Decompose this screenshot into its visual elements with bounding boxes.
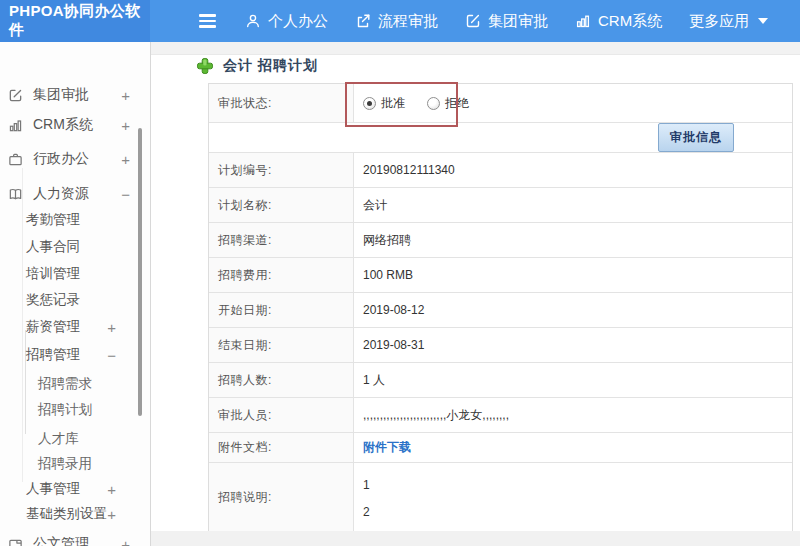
sidebar-item-label: 奖惩记录 <box>26 291 80 309</box>
expand-toggle[interactable]: + <box>107 320 116 335</box>
form-row-approve-button: 审批信息 <box>209 123 792 153</box>
field-label: 计划名称: <box>209 188 354 222</box>
field-value: 1 人 <box>354 363 792 397</box>
radio-approve[interactable] <box>363 97 376 110</box>
sidebar-item-crm-system[interactable]: CRM系统 + <box>0 112 149 138</box>
add-plus-icon <box>196 57 214 75</box>
sidebar-item-label: 培训管理 <box>26 265 80 283</box>
approval-radio-group: 批准 拒绝 <box>354 84 792 122</box>
approval-info-button[interactable]: 审批信息 <box>658 123 734 152</box>
field-value: 网络招聘 <box>354 223 792 257</box>
sidebar-item-human-resources[interactable]: 人力资源 − <box>0 181 149 207</box>
nav-item-personal-office[interactable]: 个人办公 <box>245 12 328 31</box>
sidebar-item-label: 考勤管理 <box>26 211 80 229</box>
form-row-recruit-channel: 招聘渠道: 网络招聘 <box>209 223 792 258</box>
page-title-row: 会计 招聘计划 <box>196 57 318 75</box>
nav-label: 个人办公 <box>268 12 328 31</box>
description-line: 2 <box>363 499 792 526</box>
sidebar-item-attendance-mgmt[interactable]: 考勤管理 <box>0 207 149 233</box>
field-value: 100 RMB <box>354 258 792 292</box>
radio-reject-label[interactable]: 拒绝 <box>445 95 469 112</box>
expand-toggle[interactable]: + <box>121 88 130 103</box>
sidebar-item-training-mgmt[interactable]: 培训管理 <box>0 261 149 287</box>
top-bar: PHPOA协同办公软件 个人办公 流程审批 <box>0 0 800 42</box>
bar-chart-icon <box>575 13 591 29</box>
edit-icon <box>465 13 481 29</box>
sidebar-item-group-approval[interactable]: 集团审批 + <box>0 82 149 108</box>
field-value: 2019-08-31 <box>354 328 792 362</box>
form-row-end-date: 结束日期: 2019-08-31 <box>209 328 792 363</box>
radio-reject[interactable] <box>427 97 440 110</box>
form-row-plan-name: 计划名称: 会计 <box>209 188 792 223</box>
sidebar-item-label: 人事管理 <box>26 480 80 498</box>
nav-item-workflow-approval[interactable]: 流程审批 <box>355 12 438 31</box>
attachment-download-link[interactable]: 附件下载 <box>363 439 411 456</box>
briefcase-icon <box>8 152 23 167</box>
field-value: 20190812111340 <box>354 153 792 187</box>
sidebar-item-admin-office[interactable]: 行政办公 + <box>0 146 149 172</box>
sidebar: 集团审批 + CRM系统 + 行政办公 + 人力资源 − 考勤管理 <box>0 42 151 546</box>
form-row-recruit-cost: 招聘费用: 100 RMB <box>209 258 792 293</box>
description-line: 1 <box>363 472 792 499</box>
nav-item-more-apps[interactable]: 更多应用 <box>689 12 768 31</box>
field-label: 招聘费用: <box>209 258 354 292</box>
sidebar-item-label: 公文管理 <box>33 535 89 546</box>
expand-toggle[interactable]: + <box>121 118 130 133</box>
book-icon <box>8 187 23 202</box>
main-content: 会计 招聘计划 审批状态: 批准 拒绝 审批信息 计划编号: 201908121… <box>151 42 800 546</box>
sidebar-item-label: 人事合同 <box>26 238 80 256</box>
sidebar-item-recruit-demand[interactable]: 招聘需求 <box>0 371 149 397</box>
radio-approve-label[interactable]: 批准 <box>381 95 405 112</box>
sidebar-item-label: CRM系统 <box>33 116 93 134</box>
field-label: 招聘说明: <box>209 463 354 531</box>
sidebar-item-personnel-mgmt[interactable]: 人事管理 + <box>0 476 149 502</box>
field-value: 会计 <box>354 188 792 222</box>
sidebar-item-recruit-plan[interactable]: 招聘计划 <box>0 397 149 423</box>
form-row-approvers: 审批人员: ,,,,,,,,,,,,,,,,,,,,,,,,,小龙女,,,,,,… <box>209 398 792 433</box>
field-label: 结束日期: <box>209 328 354 362</box>
sidebar-item-label: 人力资源 <box>33 185 89 203</box>
expand-toggle[interactable]: + <box>107 507 116 522</box>
field-value: 2019-08-12 <box>354 293 792 327</box>
collapse-toggle[interactable]: − <box>107 348 116 363</box>
sidebar-item-reward-punish-records[interactable]: 奖惩记录 <box>0 287 149 313</box>
workflow-icon <box>355 13 371 29</box>
field-value: 1 2 <box>354 463 792 531</box>
page-title: 会计 招聘计划 <box>223 57 318 75</box>
sidebar-scrollbar-thumb[interactable] <box>138 128 142 416</box>
sidebar-item-salary-mgmt[interactable]: 薪资管理 + <box>0 314 149 340</box>
app-logo: PHPOA协同办公软件 <box>0 0 150 42</box>
nav-item-group-approval[interactable]: 集团审批 <box>465 12 548 31</box>
nav-label: 更多应用 <box>689 12 749 31</box>
bar-chart-icon <box>8 118 23 133</box>
sidebar-item-talent-pool[interactable]: 人才库 <box>0 426 149 452</box>
sidebar-item-official-doc-mgmt[interactable]: 公文管理 + <box>0 531 149 546</box>
form-row-recruit-description: 招聘说明: 1 2 <box>209 463 792 531</box>
field-label: 审批人员: <box>209 398 354 432</box>
expand-toggle[interactable]: + <box>121 152 130 167</box>
content-top-strip <box>151 42 800 55</box>
sidebar-item-recruit-hire[interactable]: 招聘录用 <box>0 451 149 477</box>
field-label: 计划编号: <box>209 153 354 187</box>
nav-label: 集团审批 <box>488 12 548 31</box>
sidebar-item-label: 行政办公 <box>33 150 89 168</box>
recruit-plan-form: 审批状态: 批准 拒绝 审批信息 计划编号: 20190812111340 计划… <box>208 83 793 532</box>
expand-toggle[interactable]: + <box>107 482 116 497</box>
edit-icon <box>8 88 23 103</box>
collapse-toggle[interactable]: − <box>121 187 130 202</box>
sidebar-item-recruit-mgmt[interactable]: 招聘管理 − <box>0 342 149 368</box>
sidebar-item-hr-contract[interactable]: 人事合同 <box>0 234 149 260</box>
nav-item-crm-system[interactable]: CRM系统 <box>575 12 662 31</box>
sidebar-item-label: 人才库 <box>38 430 79 448</box>
caret-down-icon <box>758 18 768 24</box>
nav-label: CRM系统 <box>598 12 662 31</box>
expand-toggle[interactable]: + <box>121 537 130 546</box>
field-label: 审批状态: <box>209 84 354 122</box>
field-label: 招聘人数: <box>209 363 354 397</box>
field-label: 招聘渠道: <box>209 223 354 257</box>
sidebar-item-base-category-settings[interactable]: 基础类别设置 + <box>0 501 149 527</box>
field-label: 附件文档: <box>209 433 354 462</box>
user-icon <box>245 13 261 29</box>
document-icon <box>8 537 23 546</box>
hamburger-menu-icon[interactable] <box>197 10 218 31</box>
